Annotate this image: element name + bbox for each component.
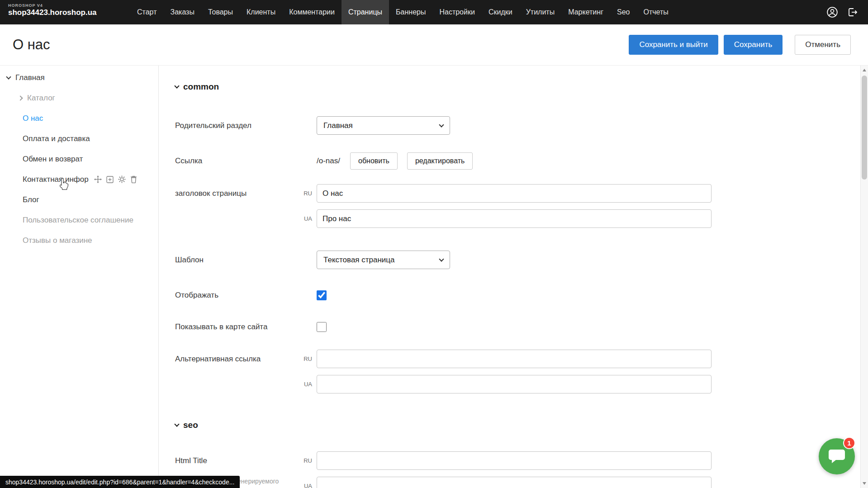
html-title-ua-input[interactable] bbox=[317, 477, 711, 488]
nav-item-discounts[interactable]: Скидки bbox=[482, 0, 519, 24]
status-url-bar: shop34423.horoshop.ua/edit/edit.php?id=6… bbox=[0, 476, 240, 488]
section-common[interactable]: common bbox=[175, 82, 868, 92]
logo[interactable]: HOROSHOP V4 shop34423.horoshop.ua bbox=[0, 0, 109, 24]
sidebar-item-glavnaya[interactable]: Главная bbox=[0, 67, 158, 88]
lang-tag-ru: RU bbox=[299, 451, 312, 470]
status-url-text: shop34423.horoshop.ua/edit/edit.php?id=6… bbox=[5, 479, 234, 486]
section-seo[interactable]: seo bbox=[175, 420, 868, 430]
main-menu: Старт Заказы Товары Клиенты Комментарии … bbox=[130, 0, 675, 24]
chevron-right-icon[interactable] bbox=[16, 96, 24, 100]
lang-tag-ru: RU bbox=[299, 184, 312, 203]
move-icon[interactable] bbox=[94, 175, 102, 183]
lang-tag-ua: UA bbox=[299, 209, 312, 228]
nav-item-utilities[interactable]: Утилиты bbox=[519, 0, 562, 24]
account-icon[interactable] bbox=[826, 6, 838, 18]
nav-item-banners[interactable]: Баннеры bbox=[389, 0, 432, 24]
chevron-down-icon bbox=[174, 422, 179, 426]
alt-link-label: Альтернативная ссылка bbox=[175, 350, 299, 368]
nav-item-reports[interactable]: Отчеты bbox=[636, 0, 675, 24]
sidebar-item-label: Блог bbox=[23, 195, 39, 204]
lang-tag-ua: UA bbox=[299, 477, 312, 488]
html-title-label: Html Title bbox=[175, 451, 299, 470]
chevron-down-icon bbox=[439, 122, 444, 127]
alt-link-ru-input[interactable] bbox=[317, 350, 711, 368]
sitemap-label: Показывать в карте сайта bbox=[175, 322, 299, 332]
save-and-exit-button[interactable]: Сохранить и выйти bbox=[629, 35, 718, 55]
sidebar-item-label: Оплата и доставка bbox=[23, 134, 90, 143]
nav-item-comments[interactable]: Комментарии bbox=[282, 0, 342, 24]
chat-widget-button[interactable]: 1 bbox=[819, 438, 855, 474]
sidebar-item-label: Каталог bbox=[27, 94, 55, 103]
sitemap-checkbox[interactable] bbox=[317, 322, 327, 332]
sidebar-item-label: О нас bbox=[23, 114, 43, 123]
sidebar-item-label: Главная bbox=[15, 73, 45, 82]
page-edit-form: common Родительский раздел Главная Ссылк… bbox=[159, 66, 868, 488]
nav-item-marketing[interactable]: Маркетинг bbox=[561, 0, 610, 24]
top-navbar: HOROSHOP V4 shop34423.horoshop.ua Старт … bbox=[0, 0, 868, 24]
chat-bubble-icon bbox=[828, 449, 845, 464]
page-title: О нас bbox=[13, 37, 50, 53]
nav-item-products[interactable]: Товары bbox=[201, 0, 240, 24]
nav-item-orders[interactable]: Заказы bbox=[163, 0, 201, 24]
sidebar-item-polzovatelskoe-soglashenie[interactable]: Пользовательское соглашение bbox=[0, 210, 158, 230]
sidebar-item-label: Контактная инфор bbox=[23, 175, 89, 184]
logo-version: HOROSHOP V4 bbox=[8, 3, 109, 8]
scroll-down-arrow[interactable] bbox=[863, 482, 866, 485]
save-button[interactable]: Сохранить bbox=[724, 35, 783, 55]
page-title-ru-input[interactable] bbox=[317, 184, 711, 203]
sidebar-item-katalog[interactable]: Каталог bbox=[0, 88, 158, 108]
nav-item-pages[interactable]: Страницы bbox=[342, 0, 389, 24]
link-label: Ссылка bbox=[175, 156, 299, 166]
page-title-ua-input[interactable] bbox=[317, 209, 711, 228]
chevron-down-icon bbox=[174, 83, 179, 88]
add-page-icon[interactable] bbox=[106, 176, 114, 183]
nav-item-seo[interactable]: Seo bbox=[610, 0, 636, 24]
template-select[interactable]: Текстовая страница bbox=[317, 251, 450, 269]
template-label: Шаблон bbox=[175, 256, 299, 265]
sidebar-item-label: Обмен и возврат bbox=[23, 155, 83, 164]
nav-item-settings[interactable]: Настройки bbox=[432, 0, 481, 24]
lang-tag-ua: UA bbox=[299, 375, 312, 393]
refresh-link-button[interactable]: обновить bbox=[350, 152, 398, 170]
nav-item-clients[interactable]: Клиенты bbox=[240, 0, 282, 24]
chevron-down-icon[interactable] bbox=[5, 77, 13, 79]
sidebar-item-oplata-i-dostavka[interactable]: Оплата и доставка bbox=[0, 128, 158, 149]
sidebar-item-otzyvy-o-magazine[interactable]: Отзывы о магазине bbox=[0, 230, 158, 251]
sidebar-item-label: Отзывы о магазине bbox=[23, 236, 92, 245]
chat-unread-badge: 1 bbox=[843, 437, 855, 449]
parent-section-value: Главная bbox=[323, 121, 353, 130]
pages-tree-sidebar: Главная Каталог О нас Оплата и доставка … bbox=[0, 66, 159, 488]
vertical-scrollbar[interactable] bbox=[860, 66, 868, 488]
section-seo-label: seo bbox=[183, 420, 198, 430]
page-title-label: заголовок страницы bbox=[175, 184, 299, 203]
display-label: Отображать bbox=[175, 291, 299, 300]
section-common-label: common bbox=[183, 82, 219, 92]
lang-tag-ru: RU bbox=[299, 350, 312, 368]
logo-domain: shop34423.horoshop.ua bbox=[8, 8, 109, 17]
link-path: /o-nas/ bbox=[317, 156, 340, 166]
parent-section-select[interactable]: Главная bbox=[317, 116, 450, 135]
nav-item-start[interactable]: Старт bbox=[130, 0, 163, 24]
sidebar-item-blog[interactable]: Блог bbox=[0, 190, 158, 210]
edit-link-button[interactable]: редактировать bbox=[407, 152, 473, 170]
cancel-button[interactable]: Отменить bbox=[795, 35, 851, 55]
logout-icon[interactable] bbox=[847, 7, 858, 18]
parent-section-label: Родительский раздел bbox=[175, 121, 299, 130]
display-checkbox[interactable] bbox=[317, 290, 327, 300]
sidebar-item-obmen-i-vozvrat[interactable]: Обмен и возврат bbox=[0, 149, 158, 169]
page-header: О нас Сохранить и выйти Сохранить Отмени… bbox=[0, 24, 868, 66]
sidebar-item-label: Пользовательское соглашение bbox=[23, 216, 133, 225]
trash-icon[interactable] bbox=[130, 175, 137, 183]
sidebar-item-o-nas[interactable]: О нас bbox=[0, 108, 158, 128]
scroll-up-arrow[interactable] bbox=[863, 69, 866, 71]
gear-icon[interactable] bbox=[118, 175, 126, 183]
chevron-down-icon bbox=[439, 256, 444, 261]
html-title-ru-input[interactable] bbox=[317, 451, 711, 470]
sidebar-item-kontaktnaya-informatsiya[interactable]: Контактная инфор bbox=[0, 169, 158, 190]
template-value: Текстовая страница bbox=[323, 256, 395, 265]
scrollbar-thumb[interactable] bbox=[862, 76, 867, 180]
alt-link-ua-input[interactable] bbox=[317, 375, 711, 393]
